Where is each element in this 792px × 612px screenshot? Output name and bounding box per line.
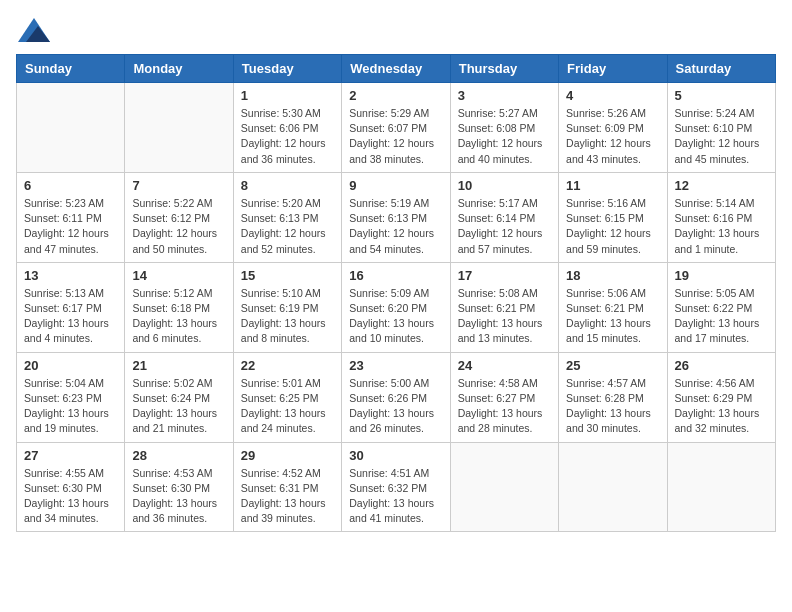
header [16, 16, 776, 44]
day-number: 17 [458, 268, 551, 283]
calendar-cell: 19Sunrise: 5:05 AM Sunset: 6:22 PM Dayli… [667, 262, 775, 352]
day-info: Sunrise: 5:30 AM Sunset: 6:06 PM Dayligh… [241, 106, 334, 167]
calendar-cell: 18Sunrise: 5:06 AM Sunset: 6:21 PM Dayli… [559, 262, 667, 352]
calendar-cell: 15Sunrise: 5:10 AM Sunset: 6:19 PM Dayli… [233, 262, 341, 352]
day-info: Sunrise: 5:13 AM Sunset: 6:17 PM Dayligh… [24, 286, 117, 347]
day-number: 27 [24, 448, 117, 463]
day-number: 16 [349, 268, 442, 283]
day-info: Sunrise: 5:02 AM Sunset: 6:24 PM Dayligh… [132, 376, 225, 437]
calendar-cell: 9Sunrise: 5:19 AM Sunset: 6:13 PM Daylig… [342, 172, 450, 262]
day-info: Sunrise: 5:20 AM Sunset: 6:13 PM Dayligh… [241, 196, 334, 257]
day-info: Sunrise: 5:09 AM Sunset: 6:20 PM Dayligh… [349, 286, 442, 347]
day-number: 22 [241, 358, 334, 373]
day-number: 7 [132, 178, 225, 193]
weekday-header-monday: Monday [125, 55, 233, 83]
calendar-cell [450, 442, 558, 532]
day-info: Sunrise: 4:57 AM Sunset: 6:28 PM Dayligh… [566, 376, 659, 437]
calendar-cell: 27Sunrise: 4:55 AM Sunset: 6:30 PM Dayli… [17, 442, 125, 532]
day-number: 20 [24, 358, 117, 373]
calendar-cell: 22Sunrise: 5:01 AM Sunset: 6:25 PM Dayli… [233, 352, 341, 442]
calendar-cell: 11Sunrise: 5:16 AM Sunset: 6:15 PM Dayli… [559, 172, 667, 262]
day-info: Sunrise: 5:05 AM Sunset: 6:22 PM Dayligh… [675, 286, 768, 347]
day-info: Sunrise: 5:08 AM Sunset: 6:21 PM Dayligh… [458, 286, 551, 347]
day-number: 14 [132, 268, 225, 283]
day-info: Sunrise: 5:26 AM Sunset: 6:09 PM Dayligh… [566, 106, 659, 167]
calendar-week-row: 1Sunrise: 5:30 AM Sunset: 6:06 PM Daylig… [17, 83, 776, 173]
weekday-header-row: SundayMondayTuesdayWednesdayThursdayFrid… [17, 55, 776, 83]
day-number: 30 [349, 448, 442, 463]
calendar-cell: 6Sunrise: 5:23 AM Sunset: 6:11 PM Daylig… [17, 172, 125, 262]
day-info: Sunrise: 4:56 AM Sunset: 6:29 PM Dayligh… [675, 376, 768, 437]
day-info: Sunrise: 5:12 AM Sunset: 6:18 PM Dayligh… [132, 286, 225, 347]
day-number: 24 [458, 358, 551, 373]
calendar-cell: 8Sunrise: 5:20 AM Sunset: 6:13 PM Daylig… [233, 172, 341, 262]
weekday-header-thursday: Thursday [450, 55, 558, 83]
day-number: 13 [24, 268, 117, 283]
weekday-header-sunday: Sunday [17, 55, 125, 83]
weekday-header-tuesday: Tuesday [233, 55, 341, 83]
calendar-cell [17, 83, 125, 173]
day-number: 10 [458, 178, 551, 193]
day-info: Sunrise: 5:24 AM Sunset: 6:10 PM Dayligh… [675, 106, 768, 167]
logo-icon [16, 16, 52, 44]
day-info: Sunrise: 4:53 AM Sunset: 6:30 PM Dayligh… [132, 466, 225, 527]
day-info: Sunrise: 5:23 AM Sunset: 6:11 PM Dayligh… [24, 196, 117, 257]
calendar-week-row: 27Sunrise: 4:55 AM Sunset: 6:30 PM Dayli… [17, 442, 776, 532]
day-number: 6 [24, 178, 117, 193]
day-number: 3 [458, 88, 551, 103]
calendar-cell: 24Sunrise: 4:58 AM Sunset: 6:27 PM Dayli… [450, 352, 558, 442]
day-info: Sunrise: 5:17 AM Sunset: 6:14 PM Dayligh… [458, 196, 551, 257]
day-number: 21 [132, 358, 225, 373]
day-number: 15 [241, 268, 334, 283]
calendar-cell [667, 442, 775, 532]
day-info: Sunrise: 5:27 AM Sunset: 6:08 PM Dayligh… [458, 106, 551, 167]
day-number: 11 [566, 178, 659, 193]
calendar-cell: 23Sunrise: 5:00 AM Sunset: 6:26 PM Dayli… [342, 352, 450, 442]
day-number: 18 [566, 268, 659, 283]
calendar-cell: 7Sunrise: 5:22 AM Sunset: 6:12 PM Daylig… [125, 172, 233, 262]
calendar-cell: 14Sunrise: 5:12 AM Sunset: 6:18 PM Dayli… [125, 262, 233, 352]
calendar-week-row: 20Sunrise: 5:04 AM Sunset: 6:23 PM Dayli… [17, 352, 776, 442]
calendar-cell: 20Sunrise: 5:04 AM Sunset: 6:23 PM Dayli… [17, 352, 125, 442]
calendar-cell: 4Sunrise: 5:26 AM Sunset: 6:09 PM Daylig… [559, 83, 667, 173]
day-number: 1 [241, 88, 334, 103]
day-info: Sunrise: 5:06 AM Sunset: 6:21 PM Dayligh… [566, 286, 659, 347]
weekday-header-saturday: Saturday [667, 55, 775, 83]
day-number: 9 [349, 178, 442, 193]
day-number: 28 [132, 448, 225, 463]
weekday-header-wednesday: Wednesday [342, 55, 450, 83]
calendar-cell: 26Sunrise: 4:56 AM Sunset: 6:29 PM Dayli… [667, 352, 775, 442]
day-info: Sunrise: 5:16 AM Sunset: 6:15 PM Dayligh… [566, 196, 659, 257]
calendar-cell: 2Sunrise: 5:29 AM Sunset: 6:07 PM Daylig… [342, 83, 450, 173]
day-info: Sunrise: 5:19 AM Sunset: 6:13 PM Dayligh… [349, 196, 442, 257]
calendar-cell: 17Sunrise: 5:08 AM Sunset: 6:21 PM Dayli… [450, 262, 558, 352]
day-info: Sunrise: 5:01 AM Sunset: 6:25 PM Dayligh… [241, 376, 334, 437]
calendar-cell: 21Sunrise: 5:02 AM Sunset: 6:24 PM Dayli… [125, 352, 233, 442]
day-number: 5 [675, 88, 768, 103]
calendar-cell: 12Sunrise: 5:14 AM Sunset: 6:16 PM Dayli… [667, 172, 775, 262]
day-number: 2 [349, 88, 442, 103]
day-info: Sunrise: 4:55 AM Sunset: 6:30 PM Dayligh… [24, 466, 117, 527]
day-info: Sunrise: 4:52 AM Sunset: 6:31 PM Dayligh… [241, 466, 334, 527]
day-info: Sunrise: 5:04 AM Sunset: 6:23 PM Dayligh… [24, 376, 117, 437]
day-info: Sunrise: 5:10 AM Sunset: 6:19 PM Dayligh… [241, 286, 334, 347]
calendar-cell [125, 83, 233, 173]
day-number: 12 [675, 178, 768, 193]
day-number: 29 [241, 448, 334, 463]
day-info: Sunrise: 5:22 AM Sunset: 6:12 PM Dayligh… [132, 196, 225, 257]
day-info: Sunrise: 5:14 AM Sunset: 6:16 PM Dayligh… [675, 196, 768, 257]
calendar-cell: 28Sunrise: 4:53 AM Sunset: 6:30 PM Dayli… [125, 442, 233, 532]
calendar-cell [559, 442, 667, 532]
calendar-week-row: 6Sunrise: 5:23 AM Sunset: 6:11 PM Daylig… [17, 172, 776, 262]
calendar-cell: 5Sunrise: 5:24 AM Sunset: 6:10 PM Daylig… [667, 83, 775, 173]
logo [16, 16, 58, 44]
calendar-cell: 29Sunrise: 4:52 AM Sunset: 6:31 PM Dayli… [233, 442, 341, 532]
calendar-cell: 25Sunrise: 4:57 AM Sunset: 6:28 PM Dayli… [559, 352, 667, 442]
calendar-cell: 30Sunrise: 4:51 AM Sunset: 6:32 PM Dayli… [342, 442, 450, 532]
calendar-week-row: 13Sunrise: 5:13 AM Sunset: 6:17 PM Dayli… [17, 262, 776, 352]
calendar-cell: 10Sunrise: 5:17 AM Sunset: 6:14 PM Dayli… [450, 172, 558, 262]
calendar-cell: 1Sunrise: 5:30 AM Sunset: 6:06 PM Daylig… [233, 83, 341, 173]
day-number: 4 [566, 88, 659, 103]
day-number: 26 [675, 358, 768, 373]
day-number: 23 [349, 358, 442, 373]
